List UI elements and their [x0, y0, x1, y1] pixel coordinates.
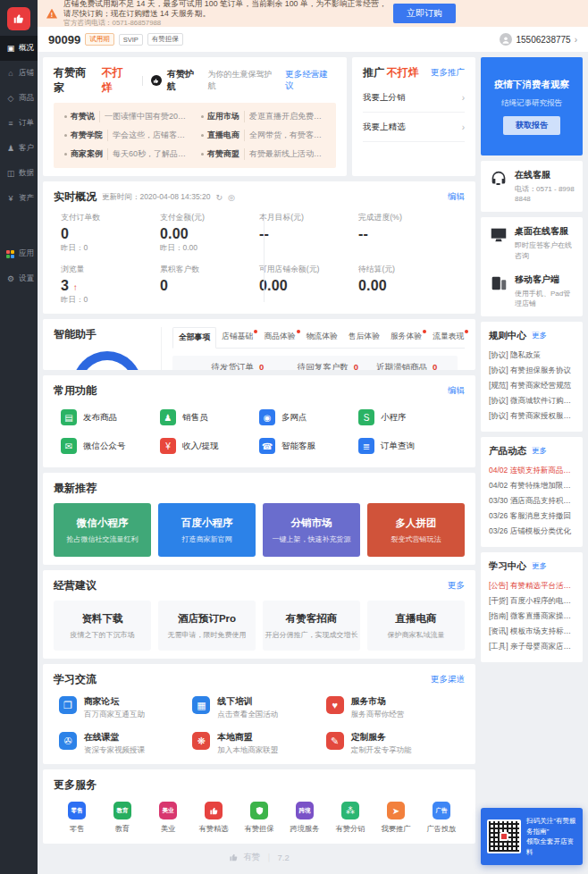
- rule-link[interactable]: [协议] 隐私政策: [489, 348, 575, 363]
- recommend-baidu-miniapp[interactable]: 百度小程序打造商家新官网: [158, 503, 256, 557]
- suggestions-title: 经营建议: [54, 578, 97, 593]
- service-retail[interactable]: 零售零售: [57, 802, 97, 834]
- sidebar-item-assets[interactable]: ¥资产: [0, 186, 38, 211]
- func-multi-store[interactable]: ◉多网点: [259, 409, 358, 425]
- news-link[interactable]: 03/26 客服消息支持撤回: [489, 508, 575, 524]
- online-service-title: 在线客服: [515, 169, 575, 181]
- suggestion-live-ecommerce[interactable]: 直播电商保护商家私域流量: [367, 601, 465, 651]
- news-link[interactable]: 04/02 连锁支持新商品类目体系: [489, 463, 575, 478]
- recommend-grid: 微信小程序抢占微信社交流量红利 百度小程序打造商家新官网 分销市场一键上架，快速…: [54, 503, 465, 557]
- sidebar-item-apps[interactable]: 应用: [0, 241, 38, 266]
- suggestions-more-link[interactable]: 更多: [448, 580, 465, 592]
- suggestions-grid: 资料下载疫情之下的下沉市场 酒店预订Pro无需申请，限时免费使用 有赞客招商开启…: [54, 601, 465, 651]
- realtime-edit-link[interactable]: 编辑: [448, 191, 465, 203]
- service-ads[interactable]: 广告广告投放: [422, 802, 461, 834]
- suggestion-hotel-pro[interactable]: 酒店预订Pro无需申请，限时免费使用: [158, 601, 256, 651]
- rule-link[interactable]: [规范] 有赞商家经营规范: [489, 378, 575, 393]
- rules-more-link[interactable]: 更多: [532, 331, 547, 341]
- lx-custom-service[interactable]: ✎定制服务定制开发专享功能: [326, 732, 459, 756]
- lx-merchant-forum[interactable]: ❐商家论坛百万商家互通互助: [59, 696, 192, 720]
- service-youzan-picks[interactable]: 有赞精选: [194, 802, 233, 834]
- get-report-button[interactable]: 获取报告: [503, 116, 560, 135]
- sidebar-item-shop[interactable]: ⌂店铺: [0, 61, 38, 86]
- news-link[interactable]: 03/26 店铺模板分类优化: [489, 524, 575, 539]
- learning-link[interactable]: [资讯] 模板市场支持标签搜索: [489, 624, 575, 639]
- chevron-right-icon: ›: [575, 35, 577, 45]
- suggestion-youzanke[interactable]: 有赞客招商开启分佣推广，实现成交增长: [263, 601, 360, 651]
- news-item[interactable]: 有赞学院学会这些，店铺客单价马上翻倍: [64, 130, 189, 141]
- qr-follow-card[interactable]: 扫码关注“有赞服务指南” 领取全套开店资料: [481, 808, 583, 865]
- news-link[interactable]: 04/02 有赞特殊增加限额控制: [489, 478, 575, 493]
- promo-featured-row[interactable]: 我要上精选›: [363, 113, 465, 142]
- tab-logistics-exp[interactable]: 物流体验: [301, 327, 343, 348]
- more-business-advice-link[interactable]: 更多经营建议: [285, 69, 336, 92]
- product-news-more-link[interactable]: 更多: [532, 446, 547, 457]
- func-mini-program[interactable]: S小程序: [358, 409, 458, 425]
- lx-local-alliance[interactable]: ❋本地商盟加入本地商家联盟: [192, 732, 325, 756]
- sidebar-item-goods[interactable]: ◇商品: [0, 86, 38, 111]
- common-functions-edit-link[interactable]: 编辑: [448, 385, 465, 397]
- lx-offline-training[interactable]: ▦线下培训点击查看全国活动: [192, 696, 325, 720]
- tab-shop-basic[interactable]: 店铺基础: [216, 327, 258, 348]
- promo-distribution-row[interactable]: 我要上分销›: [363, 83, 465, 113]
- rule-link[interactable]: [协议] 微商城软件订购及服务协议: [489, 393, 575, 408]
- news-link[interactable]: 03/30 酒店商品支持积分兑换: [489, 493, 575, 508]
- learning-link[interactable]: [干货] 百度小程序的电商机会: [489, 593, 575, 609]
- sidebar-item-orders[interactable]: ≡订单: [0, 111, 38, 136]
- tab-service-exp[interactable]: 服务体验: [385, 327, 427, 348]
- recommend-group-buy[interactable]: 多人拼团裂变式营销玩法: [367, 503, 465, 557]
- sidebar-item-label: 客户: [19, 143, 34, 154]
- sidebar-item-overview[interactable]: ▣概况: [0, 36, 38, 61]
- learning-link[interactable]: [工具] 亲子母婴商家店铺装修: [489, 639, 575, 654]
- tab-all-items[interactable]: 全部事项: [172, 327, 216, 349]
- rule-link[interactable]: [协议] 有赞担保服务协议: [489, 363, 575, 378]
- service-promote[interactable]: ➤我要推广: [376, 802, 416, 834]
- func-salesperson[interactable]: ♟销售员: [160, 409, 259, 425]
- rule-link[interactable]: [协议] 有赞商家授权服务协议: [489, 408, 575, 424]
- desktop-service-row[interactable]: 桌面在线客服 即时应答客户在线咨询: [489, 225, 575, 260]
- sidebar-item-customers[interactable]: ♟客户: [0, 136, 38, 161]
- service-guarantee[interactable]: 有赞担保: [239, 802, 279, 834]
- service-distribution[interactable]: ⁂有赞分销: [331, 802, 370, 834]
- youzan-logo[interactable]: [7, 7, 30, 30]
- service-beauty[interactable]: 美业美业: [148, 802, 188, 834]
- func-order-query[interactable]: ≣订单查询: [358, 438, 458, 454]
- news-item[interactable]: 商家案例每天60秒，了解品牌商家案例玩法: [64, 148, 189, 160]
- online-service-card[interactable]: 在线客服 电话：0571 - 8998 8848: [481, 161, 583, 212]
- heart-icon: ♥: [326, 696, 344, 714]
- sidebar-item-settings[interactable]: ⚙设置: [0, 266, 38, 291]
- news-item[interactable]: 有赞商盟有赞最新线上活动及全部课程: [201, 148, 325, 160]
- func-smart-service[interactable]: ☎智能客服: [259, 438, 358, 454]
- recommend-wechat-miniapp[interactable]: 微信小程序抢占微信社交流量红利: [54, 503, 151, 557]
- lx-online-class[interactable]: ✇在线课堂资深专家视频授课: [59, 732, 192, 756]
- more-promotion-link[interactable]: 更多推广: [431, 67, 465, 79]
- service-crossborder[interactable]: 跨境跨境服务: [285, 802, 324, 834]
- lx-service-market[interactable]: ♥服务市场服务商帮你经营: [326, 696, 459, 720]
- account-menu[interactable]: 15506238775 ›: [500, 33, 577, 46]
- learning-center-more-link[interactable]: 更多: [532, 561, 547, 572]
- refresh-icon[interactable]: ↻: [215, 193, 223, 202]
- order-now-button[interactable]: 立即订购: [393, 4, 456, 23]
- recommend-distribution-market[interactable]: 分销市场一键上架，快速补充货源: [263, 503, 360, 557]
- suggestion-download[interactable]: 资料下载疫情之下的下沉市场: [54, 601, 151, 651]
- metric-balance: 可用店铺余额(元)0.00: [259, 265, 358, 306]
- tab-traffic[interactable]: 流量表现: [427, 327, 469, 348]
- func-publish-goods[interactable]: ▤发布商品: [61, 409, 160, 425]
- more-channels-link[interactable]: 更多渠道: [431, 674, 465, 685]
- tab-aftersale-exp[interactable]: 售后体验: [343, 327, 385, 348]
- alert-dot: [423, 330, 426, 333]
- orders-icon: ≡: [6, 119, 15, 128]
- learning-link[interactable]: [公告] 有赞精选平台活动排期: [489, 578, 575, 593]
- mobile-client-row[interactable]: 移动客户端 使用手机、Pad管理店铺: [489, 273, 575, 308]
- news-item[interactable]: 应用市场爱逛直播开启免费模式: [201, 111, 325, 122]
- report-subtitle: 结绳记事研究报告: [501, 98, 562, 109]
- learning-link[interactable]: [指南] 微客直播商家操作指引: [489, 609, 575, 624]
- eye-icon[interactable]: ◎: [228, 193, 235, 202]
- news-item[interactable]: 直播电商全网带货，有赞客二季度招商开始: [201, 130, 325, 141]
- service-education[interactable]: 教育教育: [103, 802, 142, 834]
- sidebar-item-data[interactable]: ◫数据: [0, 161, 38, 186]
- func-income-withdraw[interactable]: ¥收入/提现: [160, 438, 259, 454]
- tab-goods-exp[interactable]: 商品体验: [258, 327, 300, 348]
- func-wechat-official[interactable]: ✉微信公众号: [61, 438, 160, 454]
- news-item[interactable]: 有赞说一图读懂中国有赞2019年财报: [64, 111, 189, 122]
